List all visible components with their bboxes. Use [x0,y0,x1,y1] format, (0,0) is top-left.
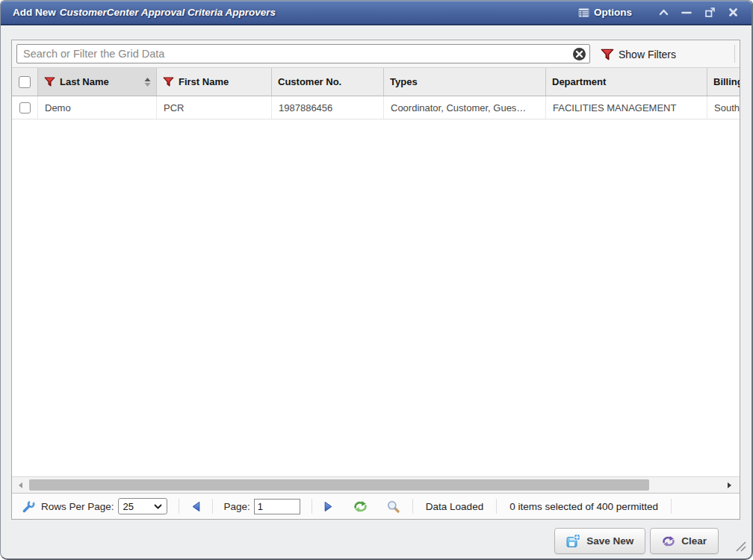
column-label: Billing [713,76,740,87]
column-label: First Name [179,76,229,87]
filter-funnel-icon [163,77,174,87]
pager-separator [179,499,179,514]
clear-search-button[interactable] [572,47,586,61]
magnifier-icon[interactable] [387,500,400,513]
collapse-button[interactable] [655,5,672,20]
wrench-icon[interactable] [22,500,36,514]
column-header-department[interactable]: Department [546,68,707,96]
options-list-icon [578,7,589,18]
scroll-left-arrow[interactable] [17,482,23,489]
rows-per-page-value: 25 [123,501,134,512]
pager-toolbar: Rows Per Page: 25 Page: Data L [12,493,740,519]
clear-label: Clear [681,535,707,547]
table-row[interactable]: Demo PCR 1987886456 Coordinator, Custome… [12,96,740,119]
cell-customer-no: 1987886456 [272,96,384,119]
page-title: Add NewCustomerCenter Approval Criteria … [13,7,276,18]
column-header-billing[interactable]: Billing [707,68,740,96]
minimize-button[interactable] [678,5,695,20]
grid-empty-area [12,119,740,476]
cell-types: Coordinator, Customer, Gues… [384,96,546,119]
cell-last-name: Demo [38,96,157,119]
page-input[interactable] [254,499,300,514]
pager-separator [496,499,497,514]
sort-arrows-icon[interactable] [144,77,151,87]
column-label: Types [390,76,418,87]
row-checkbox[interactable] [19,102,31,113]
chevron-down-icon [154,504,162,509]
status-text: Data Loaded [426,501,483,512]
pager-separator [671,499,672,514]
show-filters-label: Show Filters [619,49,676,60]
cell-first-name: PCR [157,96,272,119]
filter-funnel-icon [44,77,55,87]
cell-billing: South [707,96,740,119]
column-label: Last Name [60,76,109,87]
next-page-button[interactable] [323,501,334,512]
row-select-cell [12,96,38,119]
pager-separator [212,499,213,514]
grid-header: Last Name First Name Customer No. Types … [12,68,740,96]
refresh-icon[interactable] [353,500,368,513]
dialog-window: Add NewCustomerCenter Approval Criteria … [0,0,753,560]
column-header-last-name[interactable]: Last Name [38,68,157,96]
search-separator [734,45,735,63]
search-row: Show Filters [12,40,740,68]
options-button[interactable]: Options [578,7,632,18]
title-name: CustomerCenter Approval Criteria Approve… [60,7,276,18]
horizontal-scrollbar[interactable] [12,476,740,493]
search-input[interactable] [16,44,590,63]
rows-per-page-label: Rows Per Page: [41,501,114,512]
save-new-label: Save New [586,535,633,547]
column-header-customer-no[interactable]: Customer No. [272,68,384,96]
rows-per-page-select[interactable]: 25 [118,498,167,514]
pager-separator [412,499,413,514]
save-new-button[interactable]: Save New [554,528,645,554]
show-filters-button[interactable]: Show Filters [601,45,676,63]
select-all-checkbox[interactable] [19,76,31,88]
footer-actions: Save New Clear [554,528,719,554]
column-header-first-name[interactable]: First Name [157,68,272,96]
select-all-cell [12,68,38,96]
column-label: Department [552,76,606,87]
titlebar-controls: Options [578,5,741,20]
previous-page-button[interactable] [190,501,201,512]
scrollbar-thumb[interactable] [29,479,649,491]
column-label: Customer No. [278,76,341,87]
popout-button[interactable] [701,5,718,20]
close-button[interactable] [725,5,741,20]
resize-grip[interactable] [734,539,746,555]
cell-department: FACILITIES MANAGEMENT [546,96,707,119]
clear-refresh-icon [662,535,675,547]
grid-panel: Show Filters Last Name [11,40,740,520]
save-icon [566,534,580,548]
selection-count-text: 0 items selected of 400 permitted [509,501,658,512]
title-prefix: Add New [13,7,56,18]
clear-button[interactable]: Clear [650,528,719,554]
column-header-types[interactable]: Types [384,68,546,96]
filter-funnel-icon [601,49,614,60]
options-label: Options [594,7,632,18]
titlebar: Add NewCustomerCenter Approval Criteria … [1,1,752,25]
page-label: Page: [224,501,250,512]
scroll-right-arrow[interactable] [727,482,733,489]
pager-separator [312,499,312,514]
